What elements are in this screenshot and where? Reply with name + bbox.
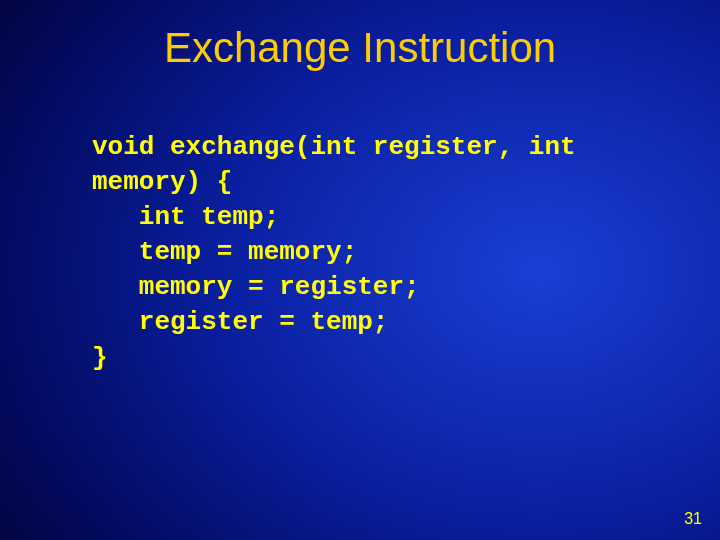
- code-line: memory = register;: [92, 272, 420, 302]
- code-line: }: [92, 343, 108, 373]
- code-line: void exchange(int register, int: [92, 132, 576, 162]
- code-line: register = temp;: [92, 307, 388, 337]
- code-line: memory) {: [92, 167, 232, 197]
- code-line: int temp;: [92, 202, 279, 232]
- code-line: temp = memory;: [92, 237, 357, 267]
- slide-title: Exchange Instruction: [0, 0, 720, 72]
- code-block: void exchange(int register, int memory) …: [92, 130, 576, 376]
- slide: Exchange Instruction void exchange(int r…: [0, 0, 720, 540]
- page-number: 31: [684, 510, 702, 528]
